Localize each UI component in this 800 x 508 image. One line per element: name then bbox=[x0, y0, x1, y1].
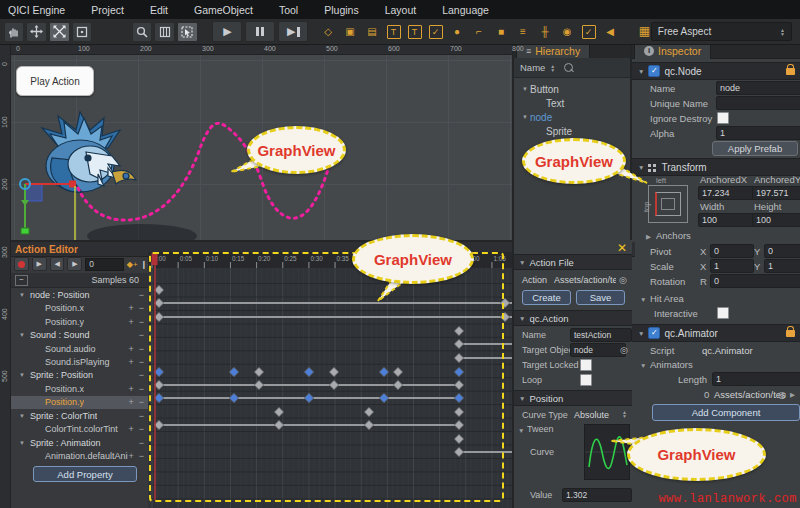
add-event-icon[interactable]: ◆+ bbox=[127, 260, 138, 269]
target-picker-icon[interactable]: ◎ bbox=[619, 275, 627, 285]
remove-button[interactable]: − bbox=[139, 397, 144, 407]
menu-project[interactable]: Project bbox=[91, 4, 124, 16]
ae-play-button[interactable]: ▶ bbox=[32, 257, 47, 271]
play-button[interactable]: ▶ bbox=[212, 21, 242, 42]
remove-button[interactable]: − bbox=[139, 411, 144, 421]
corner-icon[interactable]: ⌐ bbox=[472, 24, 487, 39]
add-key-button[interactable]: + bbox=[128, 424, 133, 434]
remove-button[interactable]: − bbox=[139, 317, 144, 327]
list-icon[interactable]: ≡ bbox=[516, 24, 531, 39]
curve-preview[interactable] bbox=[584, 424, 630, 480]
prev-key-button[interactable]: ◀ bbox=[50, 257, 65, 271]
lock-icon[interactable] bbox=[786, 68, 795, 75]
pivot-y-field[interactable]: 0 bbox=[764, 244, 800, 258]
qc-node-header[interactable]: ▼ ✓ qc.Node bbox=[632, 62, 800, 80]
menu-qici-engine[interactable]: QICI Engine bbox=[8, 4, 65, 16]
toggle-icon[interactable]: ✓ bbox=[429, 25, 443, 39]
anchor-preset-widget[interactable] bbox=[648, 185, 688, 223]
animators-expand-icon[interactable]: ▼ bbox=[640, 362, 646, 369]
zoom-tool-button[interactable] bbox=[132, 22, 153, 42]
pause-button[interactable] bbox=[245, 21, 275, 42]
unique-name-field[interactable] bbox=[716, 96, 800, 110]
remove-button[interactable]: − bbox=[139, 384, 144, 394]
animator-asset[interactable]: Assets/action/tes bbox=[714, 389, 786, 400]
menu-layout[interactable]: Layout bbox=[385, 4, 417, 16]
qc-action-header[interactable]: ▼ qc.Action bbox=[514, 310, 632, 326]
property-row-animation-defaultanim[interactable]: Animation.defaultAnim+− bbox=[11, 449, 149, 462]
hierarchy-item-text[interactable]: Text bbox=[514, 96, 632, 110]
expand-icon[interactable]: ▼ bbox=[11, 292, 28, 298]
expand-icon[interactable]: ▼ bbox=[11, 332, 28, 338]
property-row-sound-isplaying[interactable]: Sound.isPlaying+− bbox=[11, 355, 149, 368]
remove-button[interactable]: − bbox=[139, 370, 144, 380]
scale-tool-button[interactable] bbox=[49, 22, 70, 42]
close-action-editor-button[interactable]: ✕ bbox=[617, 241, 627, 255]
hierarchy-item-sprite[interactable]: Sprite bbox=[514, 124, 632, 138]
property-row-colortint-colortint[interactable]: ColorTint.colorTint+− bbox=[11, 423, 149, 436]
target-picker-icon[interactable]: ◎ bbox=[620, 345, 628, 355]
enabled-checkbox[interactable]: ✓ bbox=[648, 327, 660, 339]
add-key-button[interactable]: + bbox=[128, 451, 133, 461]
hierarchy-item-node[interactable]: ▼node bbox=[514, 110, 632, 124]
add-component-button[interactable]: Add Component bbox=[652, 404, 800, 421]
frame-icon[interactable]: ▣ bbox=[343, 24, 358, 39]
target-object-field[interactable]: node bbox=[570, 343, 626, 357]
property-row-sprite-animation[interactable]: ▼Sprite : Animation− bbox=[11, 436, 149, 449]
rotation-field[interactable]: 0 bbox=[710, 274, 800, 288]
remove-button[interactable]: − bbox=[139, 357, 144, 367]
transform-gizmo[interactable] bbox=[10, 172, 100, 240]
height-field[interactable]: 100 bbox=[752, 213, 800, 227]
target-locked-checkbox[interactable] bbox=[580, 359, 592, 371]
rect-tool-button[interactable] bbox=[72, 22, 93, 42]
remove-button[interactable]: − bbox=[139, 424, 144, 434]
play-action-button[interactable]: Play Action bbox=[16, 66, 94, 96]
menu-tool[interactable]: Tool bbox=[279, 4, 298, 16]
hand-tool-button[interactable] bbox=[4, 22, 25, 42]
hierarchy-item-button[interactable]: ▼Button bbox=[514, 82, 632, 96]
input-text-icon[interactable]: T bbox=[408, 25, 422, 39]
search-icon[interactable] bbox=[564, 63, 573, 72]
property-row-position-y[interactable]: Position.y+− bbox=[11, 315, 149, 328]
name-field[interactable]: node bbox=[716, 81, 800, 95]
add-key-button[interactable]: + bbox=[128, 303, 133, 313]
animator-item-expand-icon[interactable]: ▶ bbox=[790, 391, 795, 399]
collapse-all-button[interactable]: − bbox=[15, 275, 28, 286]
anchoredx-field[interactable]: 17.234 bbox=[698, 186, 754, 200]
text-icon[interactable]: T bbox=[387, 25, 401, 39]
property-row-node-position[interactable]: ▼node : Position− bbox=[11, 288, 149, 301]
remove-button[interactable]: − bbox=[139, 290, 144, 300]
alpha-field[interactable]: 1 bbox=[716, 126, 800, 140]
sliders-icon[interactable]: ╫ bbox=[538, 24, 553, 39]
select-cursor-button[interactable] bbox=[177, 22, 198, 42]
menu-plugins[interactable]: Plugins bbox=[324, 4, 358, 16]
remove-button[interactable]: − bbox=[139, 303, 144, 313]
anchoredy-field[interactable]: 197.571 bbox=[752, 186, 800, 200]
enabled-checkbox[interactable]: ✓ bbox=[648, 65, 660, 77]
image-icon[interactable]: ▤ bbox=[365, 24, 380, 39]
frame-input[interactable]: 0 bbox=[85, 258, 123, 271]
checkbox-icon[interactable]: ✓ bbox=[582, 25, 596, 39]
scale-y-field[interactable]: 1 bbox=[764, 259, 800, 273]
length-field[interactable]: 1 bbox=[712, 372, 800, 386]
menu-gameobject[interactable]: GameObject bbox=[194, 4, 253, 16]
expand-icon[interactable]: ▼ bbox=[11, 413, 28, 419]
loop-checkbox[interactable] bbox=[580, 374, 592, 386]
property-row-position-x[interactable]: Position.x+− bbox=[11, 301, 149, 314]
speaker-icon[interactable]: ◀ bbox=[603, 24, 618, 39]
hit-area-expand-icon[interactable]: ▼ bbox=[640, 296, 646, 303]
property-row-position-y[interactable]: Position.y+− bbox=[11, 396, 149, 409]
pivot-x-field[interactable]: 0 bbox=[710, 244, 754, 258]
next-key-button[interactable]: ▶ bbox=[67, 257, 82, 271]
create-button[interactable]: Create bbox=[522, 290, 571, 305]
anchors-expand-icon[interactable]: ▶ bbox=[646, 233, 651, 241]
grid-icon[interactable]: ▦ bbox=[638, 24, 651, 39]
lock-icon[interactable] bbox=[786, 330, 795, 337]
expand-icon[interactable]: ▼ bbox=[520, 86, 530, 92]
panel-icon[interactable]: ■ bbox=[494, 24, 509, 39]
add-key-button[interactable]: + bbox=[128, 397, 133, 407]
add-key-button[interactable]: + bbox=[128, 384, 133, 394]
add-key-button[interactable]: + bbox=[128, 344, 133, 354]
expand-icon[interactable]: ▼ bbox=[11, 372, 28, 378]
apply-prefab-button[interactable]: Apply Prefab bbox=[712, 141, 798, 156]
remove-button[interactable]: − bbox=[139, 330, 144, 340]
